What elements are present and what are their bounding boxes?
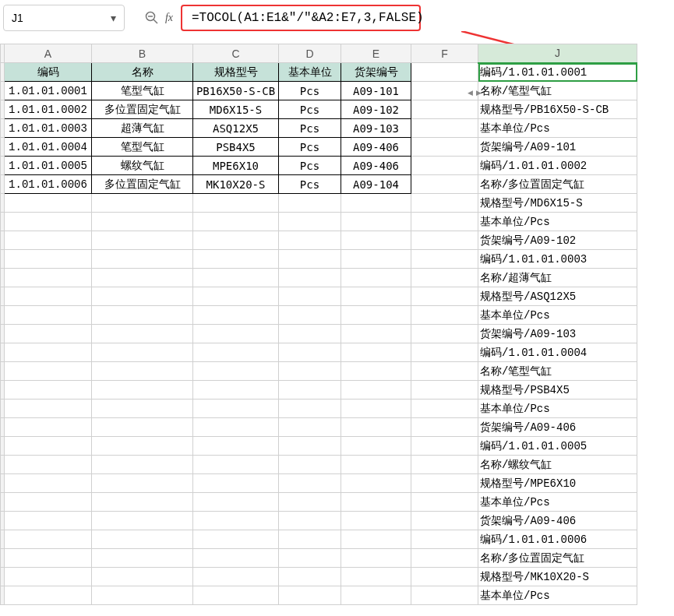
cell[interactable]: Pcs <box>279 157 341 175</box>
cell[interactable] <box>193 343 279 362</box>
cell[interactable] <box>411 119 478 138</box>
cell[interactable] <box>193 269 279 287</box>
cell[interactable]: 编码/1.01.01.0005 <box>478 437 637 456</box>
cell[interactable] <box>341 194 411 213</box>
cell[interactable]: 1.01.01.0006 <box>5 175 92 194</box>
cell[interactable] <box>411 194 478 213</box>
cell[interactable]: Pcs <box>279 119 341 138</box>
cell[interactable] <box>92 306 193 325</box>
cell[interactable] <box>341 493 411 512</box>
cell[interactable] <box>341 568 411 586</box>
cell[interactable] <box>279 325 341 343</box>
cell[interactable] <box>341 418 411 437</box>
cell[interactable] <box>341 512 411 530</box>
cell[interactable] <box>341 456 411 474</box>
cell[interactable] <box>92 362 193 381</box>
cell[interactable] <box>411 269 478 287</box>
cell[interactable]: 货架编号/A09-103 <box>478 325 637 343</box>
cell[interactable]: 1.01.01.0002 <box>5 100 92 119</box>
cell[interactable] <box>341 474 411 493</box>
col-header-A[interactable]: A <box>5 44 92 63</box>
cell[interactable] <box>411 175 478 194</box>
cell[interactable] <box>92 586 193 605</box>
cell[interactable] <box>279 530 341 549</box>
cell[interactable] <box>411 512 478 530</box>
cell[interactable]: 编码/1.01.01.0006 <box>478 530 637 549</box>
zoom-out-icon[interactable] <box>143 9 161 26</box>
cell[interactable] <box>411 568 478 586</box>
cell[interactable] <box>411 474 478 493</box>
cell[interactable]: 多位置固定气缸 <box>92 100 193 119</box>
cell[interactable] <box>5 456 92 474</box>
spreadsheet-grid[interactable]: ◀▶ A B C D E F J 编码名称规格型号基本单位货架编号编码 <box>0 44 674 605</box>
cell[interactable]: Pcs <box>279 82 341 100</box>
cell[interactable]: 货架编号/A09-101 <box>478 138 637 157</box>
cell[interactable] <box>5 306 92 325</box>
cell[interactable]: A09-406 <box>341 157 411 175</box>
cell[interactable] <box>5 269 92 287</box>
cell[interactable] <box>5 325 92 343</box>
cell[interactable]: 货架编号/A09-102 <box>478 231 637 250</box>
cell[interactable] <box>5 418 92 437</box>
cell[interactable] <box>92 250 193 269</box>
cell[interactable] <box>5 549 92 568</box>
col-header-F[interactable]: F <box>411 44 478 63</box>
cell[interactable] <box>5 250 92 269</box>
cell[interactable] <box>279 400 341 418</box>
cell[interactable] <box>92 456 193 474</box>
cell[interactable] <box>193 437 279 456</box>
cell[interactable] <box>92 287 193 306</box>
cell[interactable]: 基本单位/Pcs <box>478 119 637 138</box>
cell[interactable] <box>5 493 92 512</box>
cell[interactable]: 货架编号 <box>341 63 411 82</box>
cell[interactable] <box>279 437 341 456</box>
cell[interactable] <box>411 456 478 474</box>
cell[interactable] <box>279 381 341 400</box>
cell[interactable] <box>5 586 92 605</box>
cell[interactable] <box>279 568 341 586</box>
cell[interactable]: 笔型气缸 <box>92 82 193 100</box>
cell[interactable] <box>5 400 92 418</box>
cell[interactable]: 1.01.01.0005 <box>5 157 92 175</box>
cell[interactable]: Pcs <box>279 138 341 157</box>
cell[interactable] <box>193 493 279 512</box>
cell[interactable] <box>5 381 92 400</box>
cell[interactable] <box>279 362 341 381</box>
cell[interactable] <box>279 418 341 437</box>
cell[interactable] <box>193 474 279 493</box>
cell[interactable] <box>279 213 341 231</box>
cell[interactable] <box>193 325 279 343</box>
cell[interactable] <box>92 493 193 512</box>
cell[interactable] <box>411 437 478 456</box>
cell[interactable]: PB16X50-S-CB <box>193 82 279 100</box>
cell[interactable] <box>193 213 279 231</box>
cell[interactable] <box>193 456 279 474</box>
name-box[interactable]: J1 ▾ <box>3 5 125 31</box>
cell[interactable] <box>341 437 411 456</box>
cell[interactable] <box>92 213 193 231</box>
cell[interactable] <box>193 549 279 568</box>
cell[interactable] <box>193 362 279 381</box>
cell[interactable] <box>92 437 193 456</box>
cell[interactable]: 基本单位/Pcs <box>478 400 637 418</box>
cell[interactable] <box>411 530 478 549</box>
cell[interactable] <box>411 287 478 306</box>
cell[interactable]: 螺纹气缸 <box>92 157 193 175</box>
cell[interactable] <box>92 400 193 418</box>
cell[interactable] <box>193 306 279 325</box>
cell[interactable]: Pcs <box>279 100 341 119</box>
cell[interactable] <box>5 512 92 530</box>
cell[interactable] <box>411 213 478 231</box>
cell[interactable] <box>5 568 92 586</box>
cell[interactable] <box>279 269 341 287</box>
cell[interactable] <box>5 437 92 456</box>
cell[interactable] <box>193 250 279 269</box>
cell[interactable]: A09-102 <box>341 100 411 119</box>
cell[interactable] <box>92 325 193 343</box>
cell[interactable] <box>279 250 341 269</box>
col-header-J[interactable]: J <box>478 44 637 63</box>
cell[interactable]: 名称/多位置固定气缸 <box>478 175 637 194</box>
cell[interactable] <box>279 474 341 493</box>
cell[interactable] <box>341 250 411 269</box>
cell[interactable]: PSB4X5 <box>193 138 279 157</box>
